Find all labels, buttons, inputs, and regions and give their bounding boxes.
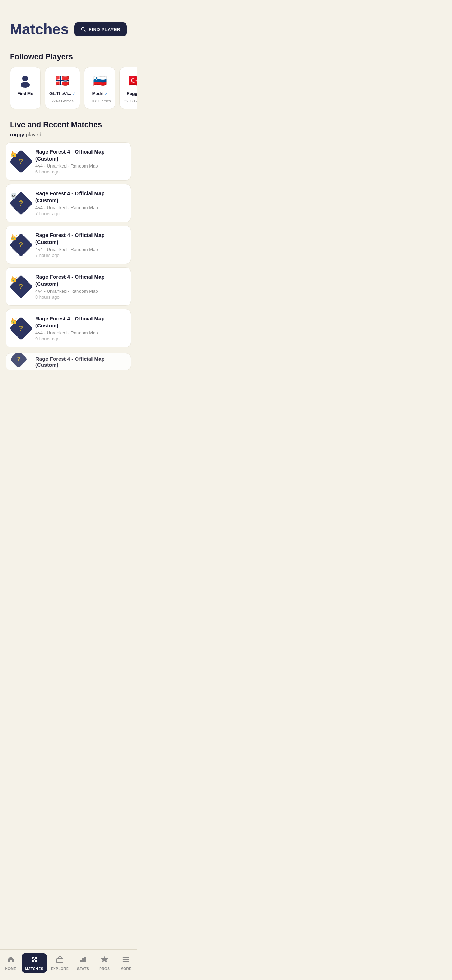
- roggy-flag: 🇹🇷: [127, 73, 137, 88]
- find-player-button[interactable]: FIND PLAYER: [74, 22, 127, 37]
- player-card-find-me[interactable]: Find Me: [10, 67, 41, 109]
- players-scroll-list: Find Me 🇳🇴 GL.TheVi... ✓ 2243 Games 🇸🇮: [0, 67, 137, 109]
- match-title-3: Rage Forest 4 - Official Map (Custom): [35, 232, 125, 245]
- verified-icon: ✓: [72, 91, 75, 96]
- match-title-1: Rage Forest 4 - Official Map (Custom): [35, 148, 125, 162]
- match-info-3: Rage Forest 4 - Official Map (Custom) 4v…: [35, 232, 125, 258]
- match-icon-3: ? 👑: [11, 235, 30, 255]
- search-icon: [81, 27, 86, 32]
- gl-thevi-games: 2243 Games: [51, 99, 73, 103]
- live-matches-title: Live and Recent Matches: [0, 120, 137, 129]
- match-meta-4: 4v4 - Unranked - Random Map: [35, 288, 125, 294]
- followed-players-title: Followed Players: [0, 52, 137, 61]
- match-time-4: 8 hours ago: [35, 294, 125, 300]
- match-icon-5: ? 👑: [11, 319, 30, 338]
- match-meta-5: 4v4 - Unranked - Random Map: [35, 330, 125, 336]
- live-matches-section: Live and Recent Matches roggy played ? 👑…: [0, 120, 137, 371]
- result-badge-4: 👑: [10, 276, 17, 283]
- match-card-5[interactable]: ? 👑 Rage Forest 4 - Official Map (Custom…: [6, 309, 131, 347]
- match-time-1: 6 hours ago: [35, 169, 125, 175]
- svg-line-1: [84, 30, 86, 32]
- svg-point-3: [21, 82, 30, 88]
- match-icon-1: ? 👑: [11, 152, 30, 171]
- partial-match-icon: ?: [11, 353, 30, 371]
- gl-thevi-flag: 🇳🇴: [55, 73, 70, 88]
- match-title-5: Rage Forest 4 - Official Map (Custom): [35, 315, 125, 329]
- match-info-1: Rage Forest 4 - Official Map (Custom) 4v…: [35, 148, 125, 175]
- partial-match-title: Rage Forest 4 - Official Map (Custom): [35, 356, 125, 368]
- header-divider: [0, 45, 137, 45]
- match-info-5: Rage Forest 4 - Official Map (Custom) 4v…: [35, 315, 125, 341]
- match-card-1[interactable]: ? 👑 Rage Forest 4 - Official Map (Custom…: [6, 142, 131, 180]
- result-badge-2: 💀: [10, 192, 17, 199]
- page-title: Matches: [10, 21, 69, 38]
- match-time-3: 7 hours ago: [35, 253, 125, 258]
- result-badge-1: 👑: [10, 151, 17, 158]
- svg-point-2: [22, 76, 28, 81]
- gl-thevi-name: GL.TheVi... ✓: [49, 91, 75, 96]
- modri-name: Modri ✓: [92, 91, 108, 96]
- match-meta-3: 4v4 - Unranked - Random Map: [35, 247, 125, 252]
- match-title-2: Rage Forest 4 - Official Map (Custom): [35, 190, 125, 204]
- player-card-gl-thevi[interactable]: 🇳🇴 GL.TheVi... ✓ 2243 Games: [45, 67, 80, 109]
- find-me-icon: [18, 73, 33, 88]
- match-meta-2: 4v4 - Unranked - Random Map: [35, 205, 125, 210]
- match-info-4: Rage Forest 4 - Official Map (Custom) 4v…: [35, 274, 125, 300]
- match-time-2: 7 hours ago: [35, 211, 125, 216]
- played-by-label: roggy played: [0, 131, 137, 137]
- matches-list: ? 👑 Rage Forest 4 - Official Map (Custom…: [0, 142, 137, 347]
- match-icon-2: ? 💀: [11, 194, 30, 213]
- match-time-5: 9 hours ago: [35, 336, 125, 341]
- result-badge-5: 👑: [10, 318, 17, 324]
- player-card-roggy[interactable]: 🇹🇷 Roggy ✓ 2298 Games: [119, 67, 137, 109]
- match-icon-4: ? 👑: [11, 277, 30, 296]
- followed-players-section: Followed Players Find Me 🇳🇴: [0, 52, 137, 109]
- modri-games: 1168 Games: [89, 99, 111, 103]
- result-badge-3: 👑: [10, 234, 17, 241]
- verified-icon-modri: ✓: [104, 91, 108, 96]
- match-card-2[interactable]: ? 💀 Rage Forest 4 - Official Map (Custom…: [6, 184, 131, 222]
- partial-match-card[interactable]: ? Rage Forest 4 - Official Map (Custom): [6, 353, 131, 371]
- roggy-name: Roggy ✓: [126, 91, 137, 96]
- match-card-4[interactable]: ? 👑 Rage Forest 4 - Official Map (Custom…: [6, 267, 131, 305]
- player-card-modri[interactable]: 🇸🇮 Modri ✓ 1168 Games: [84, 67, 115, 109]
- page-header: Matches FIND PLAYER: [0, 0, 137, 45]
- match-title-4: Rage Forest 4 - Official Map (Custom): [35, 274, 125, 287]
- match-meta-1: 4v4 - Unranked - Random Map: [35, 163, 125, 169]
- find-me-name: Find Me: [17, 91, 33, 96]
- match-card-3[interactable]: ? 👑 Rage Forest 4 - Official Map (Custom…: [6, 226, 131, 264]
- modri-flag: 🇸🇮: [92, 73, 108, 88]
- roggy-games: 2298 Games: [124, 99, 137, 103]
- match-info-2: Rage Forest 4 - Official Map (Custom) 4v…: [35, 190, 125, 216]
